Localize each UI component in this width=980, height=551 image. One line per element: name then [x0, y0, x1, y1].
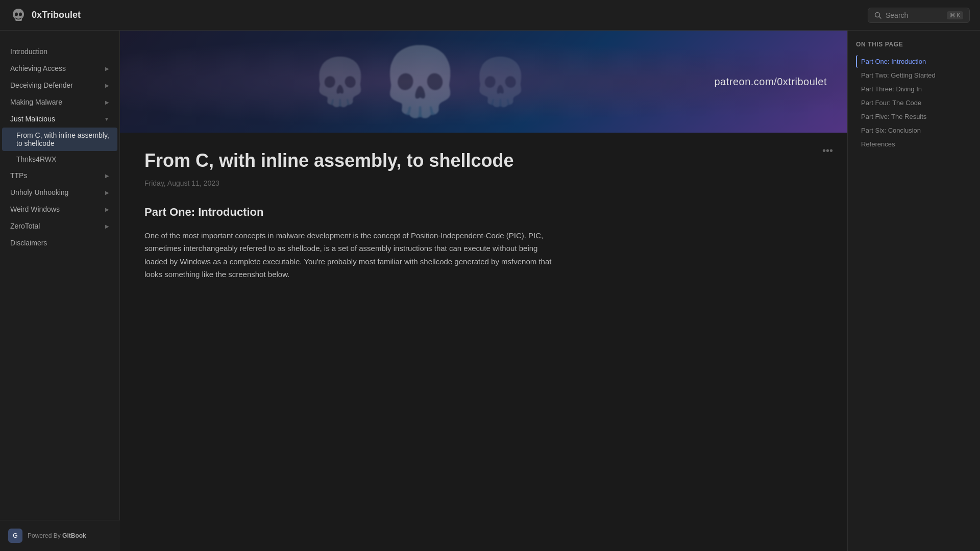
sidebar-sub-item-thnks4rwx[interactable]: Thnks4RWX: [2, 152, 117, 167]
svg-line-7: [879, 16, 881, 18]
site-title: 0xTriboulet: [32, 10, 81, 20]
sidebar-footer: G Powered By GitBook: [0, 520, 120, 551]
toc-item-part-one[interactable]: Part One: Introduction: [856, 55, 972, 68]
toc-item-part-five[interactable]: Part Five: The Results: [856, 110, 972, 123]
chevron-icon: ▶: [105, 207, 109, 212]
svg-point-0: [13, 9, 24, 20]
powered-by-text: Powered By GitBook: [28, 532, 86, 539]
topbar: 0xTriboulet Search ⌘ K: [0, 0, 980, 31]
sidebar-item-disclaimers[interactable]: Disclaimers: [2, 235, 117, 251]
sidebar-scroll: Introduction Achieving Access ▶ Deceivin…: [0, 37, 119, 292]
search-box[interactable]: Search ⌘ K: [868, 8, 970, 23]
hero-skulls: 💀 💀 💀: [120, 31, 720, 133]
sidebar-item-ttps[interactable]: TTPs ▶: [2, 167, 117, 184]
sidebar-item-weird-windows[interactable]: Weird Windows ▶: [2, 201, 117, 217]
svg-point-1: [15, 12, 18, 16]
section-heading: Part One: Introduction: [144, 206, 555, 219]
chevron-icon: ▶: [105, 190, 109, 195]
toc-item-part-six[interactable]: Part Six: Conclusion: [856, 124, 972, 137]
sidebar-item-zerototal[interactable]: ZeroTotal ▶: [2, 218, 117, 234]
sidebar-item-achieving-access[interactable]: Achieving Access ▶: [2, 60, 117, 77]
search-shortcut: ⌘ K: [947, 11, 963, 19]
chevron-icon: ▶: [105, 99, 109, 105]
sidebar-item-just-malicious[interactable]: Just Malicious ▼: [2, 111, 117, 127]
sidebar-item-deceiving-defender[interactable]: Deceiving Defender ▶: [2, 77, 117, 93]
sidebar-item-introduction[interactable]: Introduction: [2, 43, 117, 60]
chevron-icon: ▶: [105, 83, 109, 88]
toc-item-part-three[interactable]: Part Three: Diving In: [856, 83, 972, 95]
toc-panel: ON THIS PAGE Part One: Introduction Part…: [847, 31, 980, 551]
chevron-icon: ▼: [104, 116, 109, 122]
sidebar: Introduction Achieving Access ▶ Deceivin…: [0, 31, 120, 551]
toc-title: ON THIS PAGE: [856, 41, 972, 48]
toc-item-references[interactable]: References: [856, 138, 972, 151]
sidebar-item-unholy-unhooking[interactable]: Unholy Unhooking ▶: [2, 184, 117, 201]
sidebar-item-making-malware[interactable]: Making Malware ▶: [2, 94, 117, 110]
content-area: 💀 💀 💀 patreon.com/0xtriboulet ••• From C…: [120, 31, 847, 551]
search-label: Search: [886, 11, 943, 19]
skull-decoration-2: 💀: [379, 43, 461, 120]
chevron-icon: ▶: [105, 223, 109, 229]
article-date: Friday, August 11, 2023: [144, 179, 555, 187]
skull-icon: [10, 7, 27, 23]
article-title: From C, with inline assembly, to shellco…: [144, 149, 555, 173]
more-options-button[interactable]: •••: [818, 143, 837, 159]
article-body: One of the most important concepts in ma…: [144, 229, 555, 281]
search-icon: [874, 12, 881, 19]
toc-item-part-two[interactable]: Part Two: Getting Started: [856, 69, 972, 82]
hero-image: 💀 💀 💀 patreon.com/0xtriboulet: [120, 31, 847, 133]
hero-url: patreon.com/0xtriboulet: [714, 76, 827, 88]
chevron-icon: ▶: [105, 173, 109, 179]
gitbook-logo: G: [8, 529, 22, 543]
topbar-left: 0xTriboulet: [10, 7, 81, 23]
skull-decoration-3: 💀: [472, 55, 529, 109]
toc-item-part-four[interactable]: Part Four: The Code: [856, 96, 972, 109]
main-layout: Introduction Achieving Access ▶ Deceivin…: [0, 31, 980, 551]
chevron-icon: ▶: [105, 66, 109, 71]
skull-decoration-1: 💀: [311, 55, 369, 109]
sidebar-sub-item-from-c[interactable]: From C, with inline assembly, to shellco…: [2, 128, 117, 151]
svg-point-2: [19, 12, 22, 16]
page-content: From C, with inline assembly, to shellco…: [120, 133, 579, 312]
